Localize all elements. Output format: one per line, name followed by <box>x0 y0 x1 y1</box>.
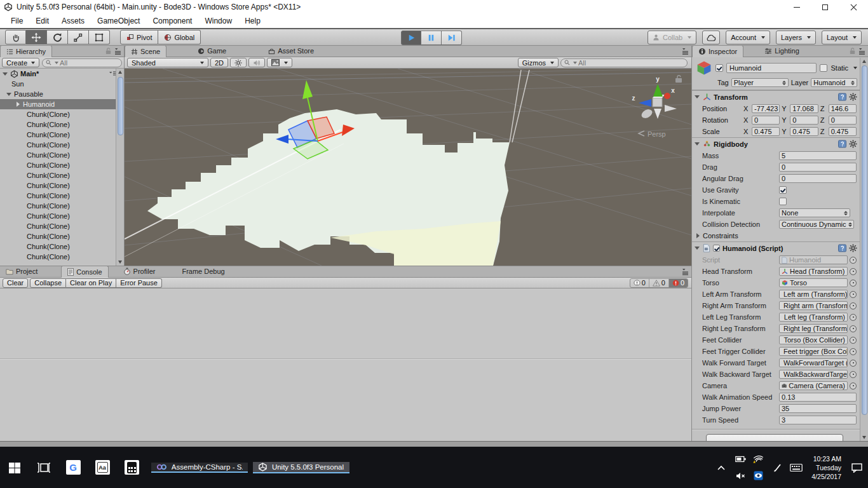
hierarchy-row[interactable]: Chunk(Clone) <box>0 201 124 211</box>
collapse-button[interactable]: Collapse <box>30 278 66 288</box>
step-button[interactable] <box>442 30 462 45</box>
volume-mute-tray-icon[interactable] <box>731 468 749 484</box>
error-pause-button[interactable]: Error Pause <box>116 278 162 288</box>
layer-dropdown[interactable]: Humanoid <box>811 78 857 87</box>
object-picker-icon[interactable] <box>850 257 857 264</box>
hierarchy-row[interactable]: Chunk(Clone) <box>0 119 124 130</box>
touch-keyboard-tray-icon[interactable] <box>787 447 805 488</box>
clear-button[interactable]: Clear <box>3 278 28 288</box>
panel-menu-icon[interactable] <box>858 47 866 55</box>
hierarchy-row[interactable]: Chunk(Clone) <box>0 130 124 140</box>
hierarchy-row[interactable]: Chunk(Clone) <box>0 160 124 170</box>
taskbar-clock[interactable]: 10:23 AM Tuesday 4/25/2017 <box>806 454 846 481</box>
lock-icon[interactable] <box>105 47 112 55</box>
static-checkbox[interactable] <box>820 64 827 72</box>
panel-menu-icon[interactable] <box>682 268 689 275</box>
menu-component[interactable]: Component <box>147 17 199 25</box>
foldout-open-icon[interactable] <box>6 92 12 97</box>
walk-animation-speed-field[interactable]: 0.13 <box>779 393 857 402</box>
mass-field[interactable]: 5 <box>779 151 857 160</box>
rigidbody-component-header[interactable]: Rigidbody <box>692 137 860 150</box>
help-book-icon[interactable] <box>838 244 846 252</box>
scroll-up-arrow[interactable] <box>116 69 124 76</box>
warning-count-toggle[interactable]: 0 <box>649 279 668 287</box>
maximize-button[interactable] <box>811 0 839 14</box>
feet-trigger-object-field[interactable]: Feet trigger (Box Collider) <box>779 347 848 356</box>
shading-mode-dropdown[interactable]: Shaded <box>127 58 208 67</box>
rect-tool-button[interactable] <box>89 30 110 44</box>
foldout-open-icon[interactable] <box>695 94 700 100</box>
scrollbar-thumb[interactable] <box>862 65 867 415</box>
rotation-z-field[interactable]: 0 <box>829 116 857 125</box>
scroll-up-arrow[interactable] <box>860 58 868 65</box>
static-caret-icon[interactable] <box>853 67 857 69</box>
play-button[interactable] <box>401 30 421 45</box>
scene-search-input[interactable]: All <box>560 58 688 67</box>
hierarchy-row-scene[interactable]: Main* <box>0 69 124 79</box>
script-component-header[interactable]: Humanoid (Script) <box>692 241 860 254</box>
scale-z-field[interactable]: 0.475 <box>829 127 857 136</box>
constraints-foldout-icon[interactable] <box>695 233 701 239</box>
error-count-toggle[interactable]: 0 <box>668 279 688 287</box>
foldout-open-icon[interactable] <box>3 71 8 77</box>
panel-menu-icon[interactable] <box>682 47 689 55</box>
hierarchy-row[interactable]: Chunk(Clone) <box>0 150 124 160</box>
hand-tool-button[interactable] <box>5 30 26 44</box>
layers-dropdown[interactable]: Layers <box>776 30 816 44</box>
help-book-icon[interactable] <box>838 93 846 101</box>
panel-menu-icon[interactable] <box>114 47 122 55</box>
interpolate-dropdown[interactable]: None <box>779 208 850 217</box>
move-tool-button[interactable] <box>26 30 47 44</box>
foldout-open-icon[interactable] <box>695 141 700 147</box>
collab-dropdown[interactable]: Collab <box>648 30 696 44</box>
head-transform-object-field[interactable]: Head (Transform) <box>779 267 848 276</box>
dictionary-taskbar-icon[interactable]: Aa <box>88 447 117 488</box>
scene-audio-toggle[interactable] <box>248 58 265 67</box>
cloud-services-button[interactable] <box>702 30 720 44</box>
gear-icon[interactable] <box>849 93 857 101</box>
scroll-down-arrow[interactable] <box>116 259 124 266</box>
feet-collider-object-field[interactable]: Torso (Box Collider) <box>779 336 848 344</box>
scroll-down-arrow[interactable] <box>860 434 868 441</box>
script-object-field[interactable]: Humanoid <box>779 255 848 264</box>
gear-icon[interactable] <box>849 244 857 252</box>
hierarchy-row[interactable]: Chunk(Clone) <box>0 221 124 231</box>
object-picker-icon[interactable] <box>850 314 857 321</box>
object-picker-icon[interactable] <box>850 360 857 367</box>
object-picker-icon[interactable] <box>850 291 857 298</box>
tab-hierarchy[interactable]: Hierarchy <box>0 45 52 57</box>
tag-dropdown[interactable]: Player <box>731 78 789 87</box>
hierarchy-search-input[interactable]: All <box>42 58 122 67</box>
transform-component-header[interactable]: Transform <box>692 90 860 103</box>
object-picker-icon[interactable] <box>850 348 857 355</box>
turn-speed-field[interactable]: 3 <box>779 416 857 424</box>
use-gravity-checkbox[interactable] <box>779 186 787 194</box>
is-kinematic-checkbox[interactable] <box>779 198 787 205</box>
torso-object-field[interactable]: Torso <box>779 278 848 287</box>
lock-icon[interactable] <box>849 47 856 55</box>
tab-frame-debug[interactable]: Frame Debug <box>176 266 230 277</box>
scene-lighting-toggle[interactable] <box>230 58 247 67</box>
rotation-y-field[interactable]: 0 <box>790 116 818 125</box>
scene-effects-dropdown[interactable] <box>267 58 292 67</box>
calculator-taskbar-icon[interactable] <box>117 447 146 488</box>
right-arm-object-field[interactable]: Right arm (Transform) <box>779 301 848 310</box>
camera-object-field[interactable]: Camera (Camera) <box>779 381 848 390</box>
hierarchy-row[interactable]: Chunk(Clone) <box>0 231 124 241</box>
tab-console[interactable]: Console <box>61 266 108 278</box>
hierarchy-row[interactable]: Chunk(Clone) <box>0 211 124 221</box>
task-view-button[interactable] <box>29 447 58 488</box>
gear-icon[interactable] <box>849 140 857 148</box>
active-checkbox[interactable] <box>715 64 723 72</box>
hierarchy-row[interactable]: Chunk(Clone) <box>0 241 124 252</box>
taskbar-app-visual-studio[interactable]: Assembly-CSharp - S... <box>151 463 248 473</box>
walk-forward-object-field[interactable]: WalkForwardTarget (Transform) <box>779 358 848 367</box>
object-picker-icon[interactable] <box>850 280 857 287</box>
console-log-area[interactable] <box>0 288 691 441</box>
info-count-toggle[interactable]: 0 <box>630 279 649 287</box>
hierarchy-scrollbar[interactable] <box>116 69 124 266</box>
object-picker-icon[interactable] <box>850 268 857 275</box>
object-picker-icon[interactable] <box>850 302 857 309</box>
hierarchy-row[interactable]: Chunk(Clone) <box>0 170 124 180</box>
gameobject-name-field[interactable]: Humanoid <box>726 63 817 73</box>
